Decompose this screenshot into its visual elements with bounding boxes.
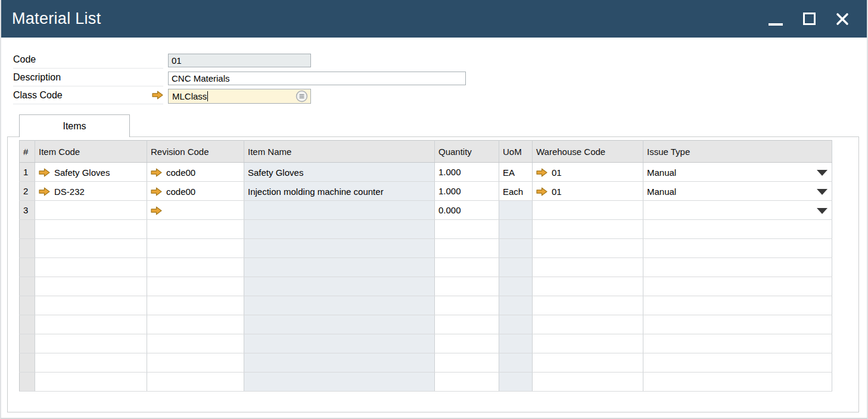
code-input[interactable] <box>168 54 311 67</box>
item-code-cell[interactable] <box>35 201 147 220</box>
revision-code-cell <box>147 353 244 373</box>
link-arrow-icon[interactable] <box>536 168 547 177</box>
uom-cell[interactable]: Each <box>499 182 533 201</box>
revision-code-cell[interactable] <box>147 201 244 220</box>
link-arrow-icon[interactable] <box>39 168 50 177</box>
row-number-cell <box>20 296 35 315</box>
issue-type-cell[interactable]: Manual <box>643 182 832 201</box>
revision-code-cell <box>147 239 244 258</box>
link-arrow-icon[interactable] <box>151 168 162 177</box>
row-number-cell <box>20 353 35 373</box>
empty-row <box>20 296 832 315</box>
link-arrow-icon[interactable] <box>151 206 162 215</box>
revision-code-cell <box>147 296 244 315</box>
column-header-revision-code[interactable]: Revision Code <box>147 141 244 163</box>
dropdown-arrow-icon[interactable] <box>817 208 827 214</box>
issue-type-cell <box>643 334 832 353</box>
item-name-cell <box>244 258 435 277</box>
issue-type-cell[interactable]: Manual <box>643 163 832 182</box>
issue-type-cell <box>643 239 832 258</box>
row-number-cell[interactable]: 3 <box>20 201 35 220</box>
item-code-cell[interactable]: Safety Gloves <box>35 163 147 182</box>
link-arrow-icon[interactable] <box>152 91 163 100</box>
column-header-item-name[interactable]: Item Name <box>244 141 435 163</box>
empty-row <box>20 315 832 334</box>
close-icon <box>835 12 850 26</box>
link-arrow-icon[interactable] <box>536 187 547 196</box>
uom-cell <box>499 239 533 258</box>
empty-row <box>20 334 832 353</box>
quantity-cell <box>435 315 499 334</box>
column-header-uom[interactable]: UoM <box>499 141 533 163</box>
item-name-cell <box>244 277 435 296</box>
item-name-cell <box>244 239 435 258</box>
tab-items-label: Items <box>63 121 86 132</box>
empty-row <box>20 239 832 258</box>
row-number-cell <box>20 315 35 334</box>
revision-code-cell[interactable]: code00 <box>147 163 244 182</box>
revision-code-cell <box>147 258 244 277</box>
row-number-cell <box>20 334 35 353</box>
uom-cell[interactable]: EA <box>499 163 533 182</box>
column-header-item-code[interactable]: Item Code <box>35 141 147 163</box>
issue-type-cell <box>643 315 832 334</box>
window-controls <box>766 6 853 32</box>
column-header-quantity[interactable]: Quantity <box>435 141 499 163</box>
link-arrow-icon[interactable] <box>151 187 162 196</box>
column-header-issue-type[interactable]: Issue Type <box>643 141 832 163</box>
item-code-cell[interactable]: DS-232 <box>35 182 147 201</box>
uom-cell <box>499 201 533 220</box>
warehouse-code-cell[interactable] <box>533 201 643 220</box>
warehouse-code-cell <box>533 334 643 353</box>
quantity-cell <box>435 353 499 373</box>
minimize-button[interactable] <box>766 6 786 32</box>
item-name-cell <box>244 353 435 373</box>
empty-row <box>20 258 832 277</box>
description-label-zone: Description <box>13 70 163 86</box>
maximize-button[interactable] <box>799 6 819 32</box>
item-row: 2DS-232code00Injection molding machine c… <box>20 182 832 201</box>
quantity-cell[interactable]: 1.000 <box>435 182 499 201</box>
class-code-label: Class Code <box>13 90 63 101</box>
item-code-cell <box>35 239 147 258</box>
warehouse-code-cell <box>533 277 643 296</box>
warehouse-code-cell <box>533 239 643 258</box>
class-code-label-zone: Class Code <box>13 88 163 104</box>
row-number-cell[interactable]: 2 <box>20 182 35 201</box>
row-number-cell[interactable]: 1 <box>20 163 35 182</box>
class-code-value: MLClass <box>172 91 207 101</box>
column-header-warehouse-code[interactable]: Warehouse Code <box>533 141 643 163</box>
issue-type-cell <box>643 220 832 239</box>
revision-code-cell[interactable]: code00 <box>147 182 244 201</box>
close-button[interactable] <box>832 6 853 32</box>
uom-cell <box>499 334 533 353</box>
revision-code-cell <box>147 334 244 353</box>
item-name-cell <box>244 296 435 315</box>
choose-from-list-icon[interactable] <box>295 90 308 103</box>
warehouse-code-cell[interactable]: 01 <box>533 182 643 201</box>
item-code-cell <box>35 353 147 373</box>
warehouse-code-cell <box>533 315 643 334</box>
description-input[interactable] <box>168 72 466 85</box>
class-code-input[interactable]: MLClass <box>168 89 311 104</box>
dropdown-arrow-icon[interactable] <box>817 189 827 195</box>
uom-cell <box>499 296 533 315</box>
window-title: Material List <box>12 10 101 28</box>
item-code-cell <box>35 296 147 315</box>
link-arrow-icon[interactable] <box>39 187 50 196</box>
item-name-cell <box>244 373 435 392</box>
uom-cell <box>499 353 533 373</box>
column-header-num[interactable]: # <box>20 141 35 163</box>
code-label: Code <box>13 54 36 65</box>
quantity-cell[interactable]: 0.000 <box>435 201 499 220</box>
item-name-cell: Injection molding machine counter <box>244 182 435 201</box>
titlebar: Material List <box>0 0 868 38</box>
quantity-cell[interactable]: 1.000 <box>435 163 499 182</box>
warehouse-code-cell[interactable]: 01 <box>533 163 643 182</box>
issue-type-cell[interactable] <box>643 201 832 220</box>
uom-cell <box>499 258 533 277</box>
warehouse-code-cell <box>533 353 643 373</box>
row-number-cell <box>20 220 35 239</box>
tab-items[interactable]: Items <box>19 114 130 137</box>
dropdown-arrow-icon[interactable] <box>817 170 827 176</box>
